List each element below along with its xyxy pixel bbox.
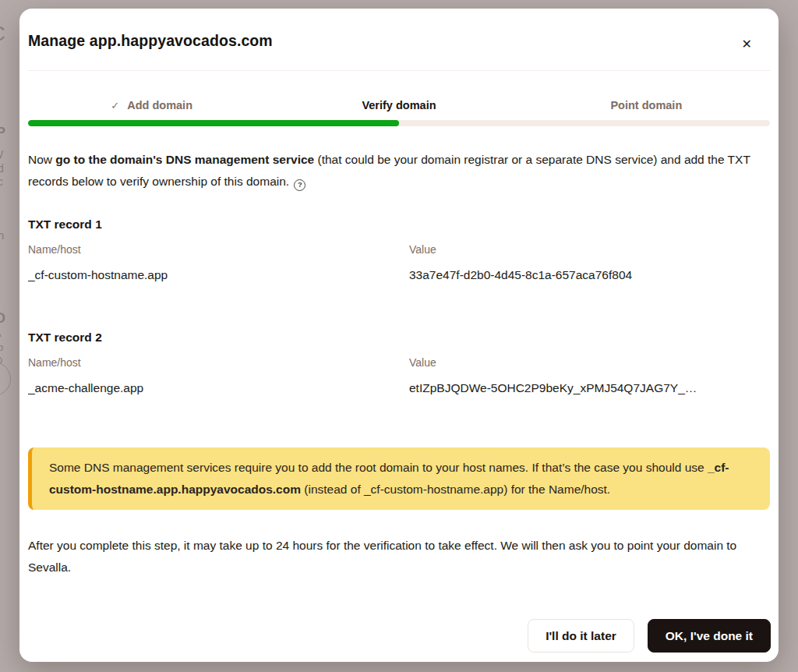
warning-text: Some DNS management services require you… — [49, 461, 708, 474]
value-label: Value — [409, 356, 770, 369]
name-host-value: _acme-challenge.app — [28, 381, 409, 395]
backdrop-text-fragment: b — [0, 341, 3, 353]
modal-title: Manage app.happyavocados.com — [28, 32, 770, 50]
name-host-label: Name/host — [28, 356, 409, 369]
stepper: ✓ Add domain Verify domain Point domain — [28, 99, 770, 111]
name-host-value: _cf-custom-hostname.app — [28, 268, 409, 282]
after-note-paragraph: After you complete this step, it may tak… — [28, 535, 770, 578]
check-icon: ✓ — [111, 100, 119, 111]
record-title: TXT record 1 — [28, 218, 770, 232]
header-divider — [28, 70, 770, 71]
progress-fill — [28, 120, 399, 126]
value-label: Value — [409, 243, 770, 256]
step-label: Verify domain — [362, 99, 436, 111]
txt-record-2: TXT record 2 Name/host Value _acme-chall… — [28, 331, 770, 395]
help-icon[interactable]: ? — [294, 179, 305, 191]
backdrop-text-fragment: D — [0, 310, 5, 327]
record-value: etIZpBJQDWe-5OHC2P9beKy_xPMJ54Q7JAG7Y_… — [409, 381, 770, 395]
backdrop-text-fragment: A — [0, 327, 2, 339]
intro-bold-text: go to the domain's DNS management servic… — [55, 153, 314, 166]
backdrop-text-fragment: P — [0, 125, 5, 141]
backdrop-text-fragment: C — [0, 22, 5, 46]
backdrop-text-fragment: c — [0, 175, 3, 188]
step-label: Add domain — [127, 99, 192, 111]
ok-done-button[interactable]: OK, I've done it — [648, 619, 771, 653]
intro-paragraph: Now go to the domain's DNS management se… — [28, 149, 770, 193]
record-value: 33a7e47f-d2b0-4d45-8c1a-657aca76f804 — [409, 268, 770, 282]
backdrop-text-fragment: W — [0, 148, 3, 161]
modal-footer: I'll do it later OK, I've done it — [19, 619, 779, 653]
step-verify-domain: Verify domain — [275, 99, 522, 111]
do-it-later-button[interactable]: I'll do it later — [528, 619, 634, 653]
modal-content: ✓ Add domain Verify domain Point domain … — [19, 99, 779, 578]
txt-record-1: TXT record 1 Name/host Value _cf-custom-… — [28, 218, 770, 282]
intro-text: Now — [28, 153, 55, 166]
step-point-domain: Point domain — [523, 99, 770, 111]
step-label: Point domain — [610, 99, 682, 111]
manage-domain-modal: Manage app.happyavocados.com ✕ ✓ Add dom… — [19, 9, 779, 662]
backdrop-text-fragment: h — [0, 228, 4, 242]
backdrop-circle-fragment — [0, 362, 11, 396]
name-host-label: Name/host — [28, 243, 409, 256]
close-icon[interactable]: ✕ — [742, 38, 752, 51]
record-title: TXT record 2 — [28, 331, 770, 345]
warning-text: (instead of _cf-custom-hostname.app) for… — [301, 483, 610, 496]
progress-bar — [28, 120, 770, 126]
warning-callout: Some DNS management services require you… — [28, 447, 770, 510]
backdrop-text-fragment: d — [0, 162, 4, 175]
step-add-domain: ✓ Add domain — [28, 99, 275, 111]
modal-header: Manage app.happyavocados.com ✕ — [19, 9, 779, 71]
